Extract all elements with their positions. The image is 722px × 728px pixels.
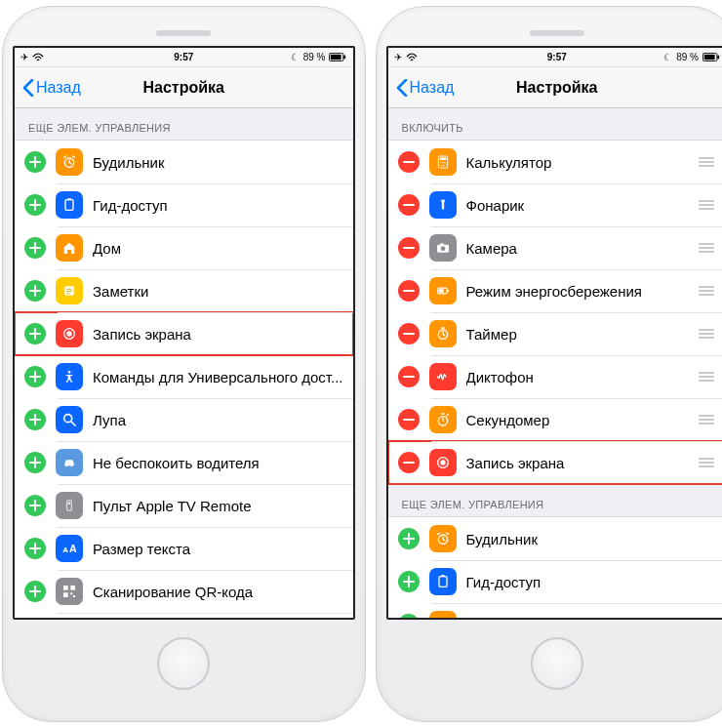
- remove-button[interactable]: [398, 409, 420, 430]
- home-button[interactable]: [531, 637, 583, 690]
- svg-rect-2: [331, 55, 341, 60]
- row-label: Секундомер: [466, 412, 692, 428]
- settings-row[interactable]: Запись экрана: [388, 441, 722, 484]
- screen: ✈︎ 9:57 ☾ 89 % Назад Настройка ЕЩЕ Э: [13, 46, 355, 620]
- row-label: Калькулятор: [466, 154, 692, 171]
- settings-row[interactable]: Таймер: [388, 312, 722, 355]
- moon-icon: ☾: [291, 52, 300, 62]
- qr-icon: [56, 578, 83, 605]
- settings-row[interactable]: Команды для Универсального дост...: [15, 355, 353, 398]
- svg-rect-5: [67, 198, 71, 200]
- svg-line-14: [71, 422, 75, 425]
- record-icon: [429, 449, 457, 476]
- calc-icon: [429, 148, 457, 176]
- add-button[interactable]: [24, 280, 46, 302]
- home-button[interactable]: [157, 637, 210, 690]
- svg-point-18: [68, 503, 70, 505]
- battery-icon: [429, 277, 457, 304]
- add-button[interactable]: [24, 366, 46, 387]
- settings-row[interactable]: Фонарик: [388, 183, 722, 226]
- settings-row[interactable]: Секундомер: [388, 398, 722, 441]
- magnifier-icon: [56, 406, 83, 433]
- row-label: Сканирование QR-кода: [93, 584, 343, 600]
- add-button[interactable]: [24, 538, 46, 559]
- settings-row[interactable]: Камера: [388, 226, 722, 269]
- remove-button[interactable]: [398, 194, 420, 216]
- add-button[interactable]: [398, 614, 420, 618]
- battery-percent: 89 %: [676, 52, 699, 62]
- add-button[interactable]: [24, 237, 46, 259]
- drag-handle-icon[interactable]: [697, 286, 716, 296]
- settings-row[interactable]: Заметки: [15, 269, 353, 312]
- remove-button[interactable]: [398, 237, 420, 259]
- settings-row[interactable]: Диктофон: [388, 355, 722, 398]
- drag-handle-icon[interactable]: [697, 329, 716, 339]
- section-header-included: ВКЛЮЧИТЬ: [388, 108, 722, 140]
- add-button[interactable]: [24, 323, 46, 344]
- settings-row[interactable]: Режим энергосбережения: [388, 269, 722, 312]
- add-button[interactable]: [398, 571, 420, 592]
- svg-point-33: [440, 162, 441, 163]
- guided-icon: [56, 191, 83, 219]
- settings-row[interactable]: Не беспокоить водителя: [15, 441, 353, 484]
- settings-row[interactable]: Гид-доступ: [388, 560, 722, 603]
- settings-row[interactable]: Дом: [15, 226, 353, 269]
- content[interactable]: ЕЩЕ ЭЛЕМ. УПРАВЛЕНИЯ БудильникГид-доступ…: [15, 108, 353, 618]
- add-button[interactable]: [24, 581, 46, 602]
- remove-button[interactable]: [398, 366, 420, 387]
- row-label: Гид-доступ: [466, 574, 717, 590]
- alarm-icon: [56, 148, 83, 176]
- row-label: Фонарик: [466, 197, 692, 214]
- chevron-left-icon: [396, 79, 408, 97]
- drag-handle-icon[interactable]: [697, 243, 716, 253]
- settings-row[interactable]: Пульт Apple TV Remote: [15, 484, 353, 527]
- svg-point-11: [66, 331, 71, 336]
- settings-row[interactable]: AAРазмер текста: [15, 527, 353, 570]
- airplane-icon: ✈︎: [394, 52, 402, 62]
- drag-handle-icon[interactable]: [697, 157, 716, 167]
- svg-point-38: [444, 165, 445, 166]
- add-button[interactable]: [24, 495, 46, 516]
- settings-row[interactable]: Будильник: [15, 141, 353, 183]
- timer-icon: [429, 320, 457, 347]
- settings-row[interactable]: Запись экрана: [15, 312, 353, 355]
- drag-handle-icon[interactable]: [697, 415, 716, 425]
- drag-handle-icon[interactable]: [697, 372, 716, 382]
- settings-row[interactable]: Лупа: [15, 398, 353, 441]
- alarm-icon: [429, 525, 457, 552]
- svg-rect-25: [73, 595, 75, 597]
- add-button[interactable]: [24, 194, 46, 216]
- svg-rect-43: [447, 290, 448, 292]
- svg-rect-41: [440, 243, 443, 245]
- remove-button[interactable]: [398, 452, 420, 473]
- drag-handle-icon[interactable]: [697, 458, 716, 467]
- add-button[interactable]: [24, 409, 46, 430]
- settings-row[interactable]: Гид-доступ: [15, 183, 353, 226]
- screen: ✈︎ 9:57 ☾ 89 % Назад Настройка ВКЛЮЧ: [386, 46, 722, 620]
- settings-row[interactable]: Сканирование QR-кода: [15, 570, 353, 613]
- home-icon: [429, 611, 457, 618]
- torch-icon: [429, 191, 457, 219]
- phone-speaker: [156, 30, 211, 36]
- row-label: Запись экрана: [93, 326, 343, 343]
- drag-handle-icon[interactable]: [697, 200, 716, 210]
- chevron-left-icon: [22, 79, 34, 97]
- add-button[interactable]: [398, 528, 420, 549]
- svg-point-40: [440, 246, 445, 251]
- remove-button[interactable]: [398, 151, 420, 173]
- settings-row[interactable]: Слух: [15, 613, 353, 618]
- content[interactable]: ВКЛЮЧИТЬ КалькуляторФонарикКамераРежим э…: [388, 108, 722, 618]
- phone-right: ✈︎ 9:57 ☾ 89 % Назад Настройка ВКЛЮЧ: [376, 6, 722, 722]
- settings-row[interactable]: Калькулятор: [388, 141, 722, 183]
- remove-button[interactable]: [398, 323, 420, 344]
- settings-row[interactable]: Дом: [388, 603, 722, 618]
- add-button[interactable]: [24, 452, 46, 473]
- section-header-more: ЕЩЕ ЭЛЕМ. УПРАВЛЕНИЯ: [15, 108, 353, 140]
- settings-row[interactable]: Будильник: [388, 517, 722, 560]
- remove-button[interactable]: [398, 280, 420, 302]
- add-button[interactable]: [24, 151, 46, 173]
- back-button[interactable]: Назад: [22, 79, 81, 97]
- back-label: Назад: [410, 79, 455, 97]
- back-button[interactable]: Назад: [396, 79, 455, 97]
- status-time: 9:57: [501, 52, 613, 62]
